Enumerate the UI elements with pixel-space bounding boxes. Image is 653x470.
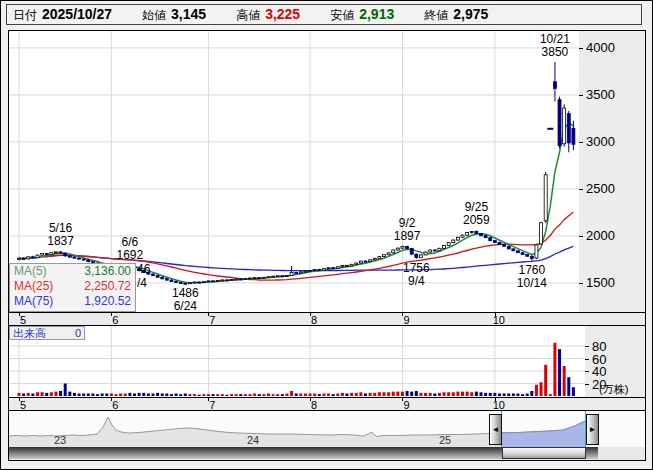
open-value: 3,145: [171, 6, 206, 22]
hidden-annotation-fragment: /4: [137, 277, 147, 290]
chart-annotation: 17569/4: [403, 262, 430, 288]
open-label: 始値: [142, 7, 166, 24]
ma-legend: MA(5) 3,136.00 MA(25) 2,250.72 MA(75) 1,…: [9, 263, 136, 312]
price-xaxis: 5678910: [8, 312, 646, 326]
open-pair: 始値 3,145: [142, 6, 206, 24]
close-value: 2,975: [453, 6, 488, 22]
ma25-row: MA(25) 2,250.72: [10, 279, 135, 294]
price-axis-label: 3000: [586, 134, 615, 149]
volume-label-box: 出来高 0: [9, 326, 85, 340]
volume-plot: [8, 325, 586, 398]
nav-year-label: 24: [247, 434, 259, 446]
ma25-label: MA(25): [14, 279, 53, 294]
chart-annotation: 5/161837: [47, 222, 74, 248]
price-axis-label: 2500: [586, 181, 615, 196]
price-axis-label: 3500: [586, 87, 615, 102]
stock-chart-app: 日付 2025/10/27 始値 3,145 高値 3,225 安値 2,913…: [0, 0, 653, 470]
scrollbar-track-right[interactable]: [586, 447, 598, 459]
low-pair: 安値 2,913: [330, 6, 394, 24]
price-axis-label: 2000: [586, 228, 615, 243]
volume-value: 0: [75, 327, 81, 339]
ma75-value: 1,920.52: [84, 294, 131, 309]
high-pair: 高値 3,225: [236, 6, 300, 24]
high-label: 高値: [236, 7, 260, 24]
ma25-value: 2,250.72: [84, 279, 131, 294]
nav-left-handle[interactable]: ◄: [489, 414, 502, 445]
range-navigator: 232425◄►: [8, 410, 646, 448]
ma75-label: MA(75): [14, 294, 53, 309]
navigator-svg: [9, 411, 645, 447]
volume-svg: [9, 326, 585, 397]
price-axis-label: 1500: [586, 275, 615, 290]
scrollbar-thumb[interactable]: [502, 447, 586, 459]
ma5-value: 3,136.00: [84, 264, 131, 279]
nav-right-handle-icon: ►: [589, 425, 597, 434]
nav-year-label: 25: [439, 434, 451, 446]
nav-right-handle[interactable]: ►: [586, 414, 599, 445]
chart-annotation: 10/213850: [540, 33, 570, 59]
volume-xaxis: 5678910: [8, 397, 646, 411]
scrollbar-track-left[interactable]: [9, 447, 502, 459]
volume-axis: 80604020(万株): [585, 325, 646, 398]
price-axis-label: 4000: [586, 40, 615, 55]
nav-left-handle-icon: ◄: [492, 425, 500, 434]
ma5-row: MA(5) 3,136.00: [10, 264, 135, 279]
date-value: 2025/10/27: [42, 6, 112, 22]
chart-annotation: 6/61692: [117, 236, 144, 262]
low-value: 2,913: [359, 6, 394, 22]
hidden-annotation-fragment: 46: [137, 263, 150, 276]
chart-annotation: 9/21897: [394, 217, 421, 243]
chart-annotation: 9/252059: [463, 201, 490, 227]
low-label: 安値: [330, 7, 354, 24]
ohlc-info-bar: 日付 2025/10/27 始値 3,145 高値 3,225 安値 2,913…: [6, 4, 642, 25]
ma75-row: MA(75) 1,920.52: [10, 294, 135, 309]
nav-year-label: 23: [54, 434, 66, 446]
date-label: 日付: [13, 7, 37, 24]
volume-axis-unit: (万株): [599, 382, 628, 397]
ma5-label: MA(5): [14, 264, 47, 279]
close-label: 終値: [424, 7, 448, 24]
date-pair: 日付 2025/10/27: [13, 6, 112, 24]
range-scrollbar[interactable]: [8, 447, 646, 461]
close-pair: 終値 2,975: [424, 6, 488, 24]
price-axis: 400035003000250020001500: [579, 30, 646, 313]
volume-label: 出来高: [13, 327, 46, 339]
chart-annotation: 14866/24: [172, 287, 199, 313]
chart-annotation: 176010/14: [517, 264, 547, 290]
high-value: 3,225: [265, 6, 300, 22]
